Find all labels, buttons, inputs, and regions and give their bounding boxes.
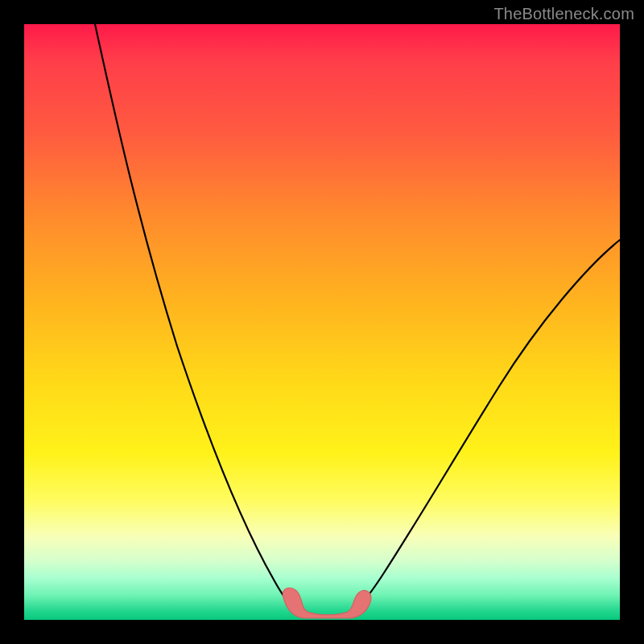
left-curve (95, 24, 298, 612)
chart-frame: TheBottleneck.com (0, 0, 644, 644)
plot-area (24, 24, 620, 620)
bottom-blob (283, 588, 371, 618)
right-curve (354, 240, 620, 612)
watermark-text: TheBottleneck.com (493, 5, 634, 23)
chart-svg (24, 24, 620, 620)
